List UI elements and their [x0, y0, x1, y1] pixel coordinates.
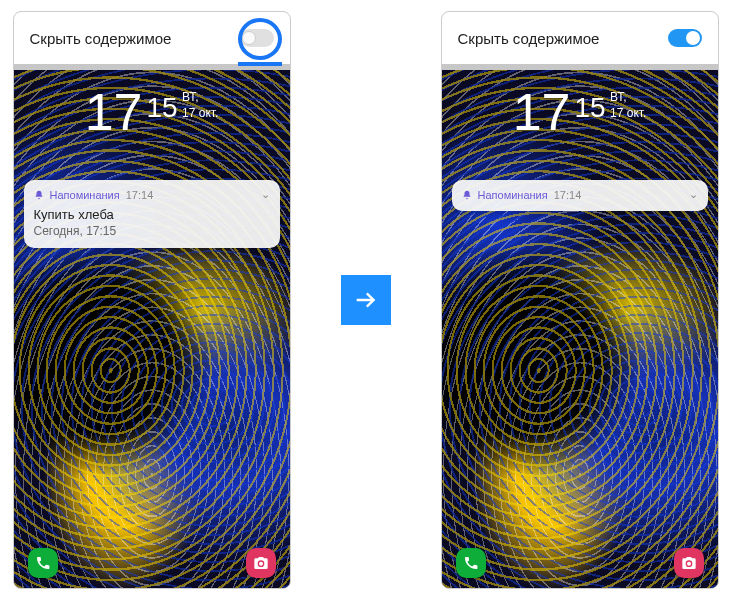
notification-time: 17:14: [126, 189, 154, 201]
setting-row: Скрыть содержимое: [14, 12, 290, 64]
hide-content-toggle[interactable]: [668, 29, 702, 47]
wallpaper: [14, 70, 290, 588]
arrow-right-icon: [341, 275, 391, 325]
notification-app: Напоминания: [50, 189, 120, 201]
camera-shortcut-icon[interactable]: [674, 548, 704, 578]
notification-time: 17:14: [554, 189, 582, 201]
clock: 17 15 ВТ, 17 окт.: [14, 86, 290, 138]
lock-screen: 17 15 ВТ, 17 окт. Напоминания 17:14 ⌄ Ку…: [14, 70, 290, 588]
chevron-down-icon[interactable]: ⌄: [689, 188, 698, 201]
camera-shortcut-icon[interactable]: [246, 548, 276, 578]
clock-hours: 17: [85, 86, 143, 138]
setting-row: Скрыть содержимое: [442, 12, 718, 64]
hide-content-label: Скрыть содержимое: [30, 30, 172, 47]
clock-hours: 17: [513, 86, 571, 138]
notification-subtitle: Сегодня, 17:15: [34, 224, 270, 238]
clock-date: 17 окт.: [182, 106, 218, 122]
phone-shortcut-icon[interactable]: [28, 548, 58, 578]
clock: 17 15 ВТ, 17 окт.: [442, 86, 718, 138]
wallpaper: [442, 70, 718, 588]
clock-mins: 15: [146, 92, 177, 123]
clock-dow: ВТ,: [182, 90, 218, 106]
highlight-underline: [238, 62, 282, 66]
dock: [442, 548, 718, 578]
bell-icon: [34, 190, 44, 200]
chevron-down-icon[interactable]: ⌄: [261, 188, 270, 201]
highlight-circle: [238, 18, 282, 60]
hide-content-label: Скрыть содержимое: [458, 30, 600, 47]
notification-card[interactable]: Напоминания 17:14 ⌄ Купить хлеба Сегодня…: [24, 180, 280, 248]
clock-dow: ВТ,: [610, 90, 646, 106]
phone-shortcut-icon[interactable]: [456, 548, 486, 578]
lock-screen: 17 15 ВТ, 17 окт. Напоминания 17:14 ⌄: [442, 70, 718, 588]
notification-title: Купить хлеба: [34, 207, 270, 222]
dock: [14, 548, 290, 578]
bell-icon: [462, 190, 472, 200]
notification-app: Напоминания: [478, 189, 548, 201]
clock-mins: 15: [574, 92, 605, 123]
phone-left: Скрыть содержимое 17 15 ВТ, 17 окт.: [13, 11, 291, 589]
phone-right: Скрыть содержимое 17 15 ВТ, 17 окт. Напо…: [441, 11, 719, 589]
notification-card[interactable]: Напоминания 17:14 ⌄: [452, 180, 708, 211]
clock-date: 17 окт.: [610, 106, 646, 122]
